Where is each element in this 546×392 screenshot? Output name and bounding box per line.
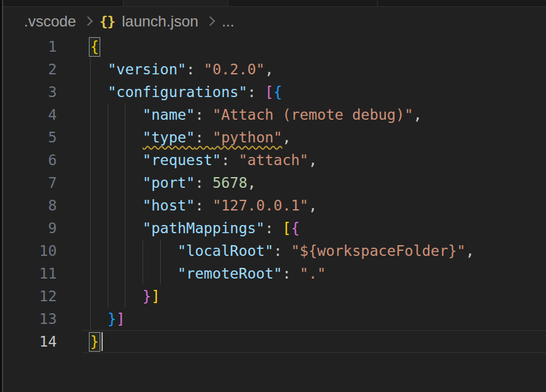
token: [: [282, 220, 291, 236]
warning-squiggle: "type": "python": [142, 129, 282, 146]
line-number[interactable]: 13: [3, 308, 57, 330]
line-number[interactable]: 2: [3, 58, 57, 81]
code-text: "localRoot": "${workspaceFolder}",: [90, 239, 474, 262]
code-line-5[interactable]: 5 "type": "python",: [3, 126, 546, 149]
token: "remoteRoot": [177, 265, 282, 282]
token: "127.0.0.1": [212, 197, 308, 214]
line-number[interactable]: 11: [3, 262, 57, 285]
code-line-2[interactable]: 2 "version": "0.2.0",: [3, 58, 546, 81]
line-number[interactable]: 1: [3, 35, 57, 58]
chevron-right-icon: [83, 16, 93, 26]
token: "request": [142, 152, 221, 168]
code-line-9[interactable]: 9 "pathMappings": [{: [3, 217, 546, 239]
code-text: "remoteRoot": ".": [90, 262, 326, 285]
code-text: }]: [90, 285, 160, 308]
code-text: {: [90, 35, 99, 58]
code-line-14[interactable]: 14}: [3, 330, 546, 353]
token: ]: [151, 288, 160, 304]
token: :: [195, 129, 212, 146]
code-line-4[interactable]: 4 "name": "Attach (remote debug)",: [3, 103, 546, 126]
code-editor[interactable]: 1{2 "version": "0.2.0",3 "configurations…: [3, 35, 546, 392]
token: "type": [142, 129, 195, 146]
token: "0.2.0": [204, 61, 265, 78]
token: :: [274, 243, 291, 259]
line-number[interactable]: 12: [3, 285, 57, 308]
token: }: [108, 311, 117, 327]
breadcrumb-file[interactable]: launch.json: [122, 13, 198, 30]
token: ,: [308, 197, 317, 214]
line-number[interactable]: 10: [3, 239, 57, 262]
token: [90, 61, 108, 78]
token: ,: [308, 152, 317, 168]
code-line-13[interactable]: 13 }]: [3, 308, 546, 330]
tab-separator: [123, 0, 124, 6]
line-number[interactable]: 6: [3, 149, 57, 171]
token: :: [282, 265, 300, 282]
vscode-editor-window: .vscode {} launch.json ... 1{2 "version"…: [0, 0, 546, 392]
tab-bar[interactable]: [3, 0, 546, 7]
tab-separator: [228, 0, 228, 6]
token: [90, 288, 142, 304]
token: [90, 152, 142, 168]
code-line-3[interactable]: 3 "configurations": [{: [3, 81, 546, 103]
line-number[interactable]: 7: [3, 171, 57, 194]
code-line-11[interactable]: 11 "remoteRoot": ".": [3, 262, 546, 285]
token: [90, 175, 142, 191]
token: "python": [212, 129, 282, 146]
breadcrumb: .vscode {} launch.json ...: [3, 7, 546, 35]
code-line-8[interactable]: 8 "host": "127.0.0.1",: [3, 194, 546, 217]
token: [90, 220, 142, 236]
token: {: [274, 84, 282, 100]
token: [90, 84, 108, 100]
active-tab-bottom[interactable]: [124, 0, 228, 6]
code-text: "pathMappings": [{: [90, 217, 299, 239]
token: ,: [413, 107, 422, 123]
token: :: [247, 84, 265, 100]
line-number[interactable]: 3: [3, 81, 57, 103]
token: "Attach (remote debug)": [212, 107, 414, 123]
code-line-10[interactable]: 10 "localRoot": "${workspaceFolder}",: [3, 239, 546, 262]
code-text: }: [90, 330, 99, 353]
code-text: "port": 5678,: [90, 171, 256, 194]
token: [90, 311, 108, 327]
token: "name": [142, 107, 195, 123]
json-file-icon: {}: [100, 13, 115, 29]
token: :: [195, 107, 212, 123]
token: [90, 107, 142, 123]
code-text: "request": "attach",: [90, 149, 317, 171]
text-cursor: [102, 332, 103, 351]
line-number[interactable]: 9: [3, 217, 57, 239]
token: 5678: [212, 175, 247, 191]
code-text: "host": "127.0.0.1",: [90, 194, 317, 217]
line-number[interactable]: 5: [3, 126, 57, 149]
token: :: [221, 152, 239, 168]
code-line-12[interactable]: 12 }]: [3, 285, 546, 308]
token: :: [195, 197, 212, 214]
line-number[interactable]: 14: [3, 330, 57, 353]
code-text: "version": "0.2.0",: [90, 58, 274, 81]
breadcrumb-symbol-ellipsis[interactable]: ...: [222, 13, 235, 30]
tab-separator: [377, 0, 378, 6]
matched-bracket: }: [90, 333, 99, 350]
token: "${workspaceFolder}": [291, 243, 466, 259]
chevron-right-icon: [205, 16, 215, 26]
code-line-1[interactable]: 1{: [3, 35, 546, 58]
token: "attach": [238, 152, 308, 168]
token: :: [195, 175, 212, 191]
line-number[interactable]: 8: [3, 194, 57, 217]
line-number[interactable]: 4: [3, 103, 57, 126]
token: "host": [142, 197, 195, 214]
token: [90, 197, 142, 214]
token: }: [142, 288, 151, 304]
token: [: [265, 84, 274, 100]
matched-bracket: {: [90, 38, 99, 55]
token: [90, 265, 177, 282]
token: ,: [247, 175, 256, 191]
code-line-7[interactable]: 7 "port": 5678,: [3, 171, 546, 194]
token: ]: [117, 311, 125, 327]
token: ".": [299, 265, 326, 282]
breadcrumb-folder[interactable]: .vscode: [24, 13, 76, 30]
code-line-6[interactable]: 6 "request": "attach",: [3, 149, 546, 171]
token: [90, 129, 142, 146]
code-text: "name": "Attach (remote debug)",: [90, 103, 422, 126]
